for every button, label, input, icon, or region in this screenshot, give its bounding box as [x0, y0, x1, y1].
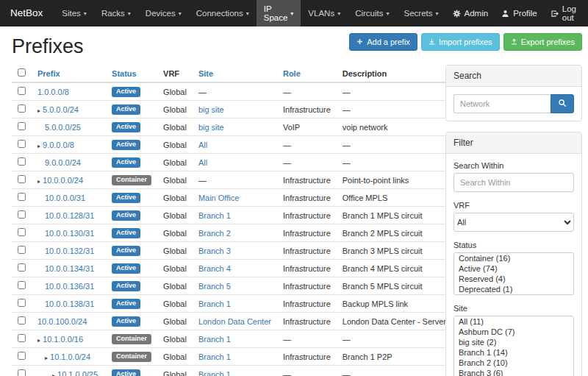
sidebar: Search Filter Search Within	[445, 65, 582, 376]
vrf-value: Global	[157, 295, 193, 313]
site-listbox[interactable]: All (11)Ashburn DC (7)big site (2)Branch…	[453, 316, 574, 376]
prefix-link[interactable]: 1.0.0.0/8	[37, 88, 69, 96]
vrf-value: Global	[157, 171, 193, 189]
site-value: All	[193, 136, 277, 154]
site-link[interactable]: Branch 2	[198, 229, 231, 238]
site-link[interactable]: Branch 4	[198, 264, 231, 273]
site-link[interactable]: big site	[198, 105, 224, 114]
site-link[interactable]: London Data Center	[198, 317, 271, 326]
expand-caret-icon: ▸	[37, 143, 40, 149]
site-link[interactable]: Branch 1	[198, 352, 231, 361]
row-checkbox[interactable]	[18, 369, 26, 376]
nav-item-vlans[interactable]: VLANs ▾	[301, 0, 348, 26]
status-badge: Active	[112, 122, 140, 132]
row-checkbox[interactable]	[18, 193, 26, 201]
prefix-link[interactable]: 10.0.0.134/31	[45, 264, 94, 273]
nav-item-sites[interactable]: Sites ▾	[54, 0, 94, 26]
add-prefix-button[interactable]: Add a prefix	[349, 33, 417, 51]
row-checkbox[interactable]	[18, 104, 26, 113]
listbox-option[interactable]: Ashburn DC (7)	[454, 327, 573, 337]
prefix-link[interactable]: 9.0.0.0/24	[45, 158, 81, 167]
row-checkbox[interactable]	[18, 228, 26, 236]
listbox-option[interactable]: Branch 1 (14)	[454, 347, 573, 358]
listbox-option[interactable]: Branch 3 (6)	[454, 368, 573, 376]
site-link[interactable]: Main Office	[198, 194, 239, 202]
row-checkbox[interactable]	[18, 352, 26, 360]
listbox-option[interactable]: All (11)	[454, 316, 573, 327]
row-checkbox[interactable]	[18, 157, 26, 166]
row-checkbox[interactable]	[18, 246, 26, 254]
search-icon	[558, 99, 567, 110]
export-prefixes-button[interactable]: Export prefixes	[503, 33, 582, 51]
prefix-link[interactable]: 10.0.0.132/31	[45, 246, 94, 255]
search-input[interactable]	[453, 94, 551, 113]
row-checkbox[interactable]	[18, 334, 26, 342]
import-prefixes-button[interactable]: Import prefixes	[421, 33, 500, 51]
site-link[interactable]: Branch 1	[198, 299, 231, 308]
status-badge: Container	[112, 352, 151, 362]
table-row: ▸9.0.0.0/24 Active Global All — —	[12, 154, 484, 171]
nav-item-devices[interactable]: Devices ▾	[138, 0, 189, 26]
site-value: London Data Center	[193, 313, 277, 330]
site-link[interactable]: Branch 3	[198, 246, 231, 255]
navbar-brand[interactable]: NetBox	[10, 0, 43, 26]
listbox-option[interactable]: Deprecated (1)	[454, 284, 573, 294]
row-checkbox[interactable]	[18, 281, 26, 289]
column-header-site[interactable]: Site	[198, 69, 213, 78]
page-header: Prefixes Add a prefix Import prefixes Ex…	[12, 28, 582, 65]
listbox-option[interactable]: Active (74)	[454, 263, 573, 274]
prefix-link[interactable]: 5.0.0.0/25	[45, 123, 81, 132]
row-checkbox[interactable]	[18, 316, 26, 324]
prefix-link[interactable]: 10.0.0.0/31	[45, 194, 85, 202]
prefix-link[interactable]: 5.0.0.0/24	[43, 105, 79, 114]
prefix-link[interactable]: 10.1.0.0/24	[50, 352, 90, 361]
row-checkbox[interactable]	[18, 140, 26, 148]
prefix-link[interactable]: 10.0.0.130/31	[45, 229, 94, 238]
expand-caret-icon: ▸	[37, 178, 40, 185]
site-link[interactable]: Branch 1	[198, 335, 231, 344]
prefix-link[interactable]: 10.1.0.0/25	[57, 370, 98, 376]
column-header-status[interactable]: Status	[112, 69, 137, 78]
prefix-link[interactable]: 9.0.0.0/8	[43, 141, 74, 149]
logout-link[interactable]: Log out	[544, 4, 583, 22]
nav-item-connections[interactable]: Connections ▾	[189, 0, 257, 26]
site-link[interactable]: Branch 1	[198, 211, 231, 220]
nav-item-racks[interactable]: Racks ▾	[94, 0, 138, 26]
row-checkbox[interactable]	[18, 210, 26, 219]
listbox-option[interactable]: Container (16)	[454, 253, 573, 263]
listbox-option[interactable]: big site (2)	[454, 337, 573, 347]
nav-item-circuits[interactable]: Circuits ▾	[348, 0, 396, 26]
prefix-link[interactable]: 10.1.0.0/16	[43, 335, 83, 344]
site-link[interactable]: All	[198, 158, 207, 167]
column-header-role[interactable]: Role	[283, 69, 301, 78]
prefix-link[interactable]: 10.0.0.136/31	[45, 282, 94, 291]
prefix-link[interactable]: 10.0.0.138/31	[45, 299, 94, 308]
row-checkbox[interactable]	[18, 299, 26, 307]
row-checkbox[interactable]	[18, 122, 26, 130]
listbox-option[interactable]: Reserved (4)	[454, 274, 573, 284]
listbox-option[interactable]: Branch 2 (10)	[454, 358, 573, 368]
site-link[interactable]: Branch 5	[198, 282, 231, 291]
page-content: Prefixes Add a prefix Import prefixes Ex…	[0, 26, 588, 376]
prefix-link[interactable]: 10.0.0.0/24	[43, 176, 83, 185]
status-listbox[interactable]: Container (16)Active (74)Reserved (4)Dep…	[453, 252, 574, 295]
admin-link[interactable]: Admin	[446, 9, 495, 18]
site-link[interactable]: big site	[198, 123, 224, 132]
select-all-checkbox[interactable]	[18, 68, 26, 77]
profile-link[interactable]: Profile	[495, 9, 544, 18]
vrf-select[interactable]: All	[453, 213, 574, 232]
nav-item-ip-space[interactable]: IP Space ▾	[257, 0, 301, 26]
nav-item-secrets[interactable]: Secrets ▾	[397, 0, 446, 26]
search-button[interactable]	[551, 94, 574, 113]
site-value: —	[193, 171, 277, 189]
column-header-prefix[interactable]: Prefix	[37, 69, 60, 78]
row-checkbox[interactable]	[18, 87, 26, 95]
row-checkbox[interactable]	[18, 263, 26, 272]
row-checkbox[interactable]	[18, 175, 26, 183]
site-link[interactable]: Branch 1	[198, 370, 231, 376]
site-link[interactable]: All	[198, 141, 207, 149]
chevron-down-icon: ▾	[290, 10, 293, 17]
search-within-input[interactable]	[453, 173, 574, 192]
prefix-link[interactable]: 10.0.0.128/31	[45, 211, 94, 220]
prefix-link[interactable]: 10.0.100.0/24	[37, 317, 87, 326]
